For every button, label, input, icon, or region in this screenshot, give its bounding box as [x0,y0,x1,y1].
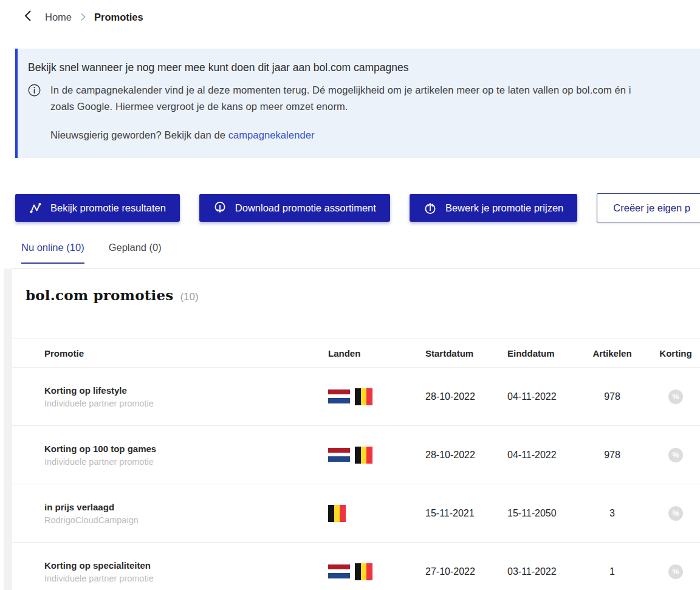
articles-count: 1 [589,566,635,577]
promotions-table: Promotie Landen Startdatum Einddatum Art… [12,338,700,590]
flag-be-icon [355,388,372,405]
table-row[interactable]: Korting op lifestyle Individuele partner… [12,368,700,426]
col-header-artikelen: Artikelen [589,348,635,358]
table-row[interactable]: in prijs verlaagd RodrigoCloudCampaign 1… [12,484,700,543]
flag-be-icon [355,447,372,464]
bewerk-promotie-prijzen-button[interactable]: Bewerk je promotie prijzen [410,194,577,222]
end-date: 04-11-2022 [507,450,589,461]
section-heading: bol.com promoties (10) [26,287,199,303]
col-header-landen: Landen [328,348,425,358]
download-cloud-icon [213,201,227,214]
end-date: 04-11-2022 [507,391,589,402]
promotion-subtitle: Individuele partner promotie [44,457,328,467]
promotion-title: in prijs verlaagd [44,502,328,512]
table-row[interactable]: Korting op specialiteiten Individuele pa… [12,543,700,590]
percent-icon: % [668,448,683,462]
articles-count: 978 [589,391,635,402]
percent-icon: % [668,389,683,404]
banner-paragraph-line2: zoals Google. Hiermee vergroot je de kan… [50,98,631,115]
promotion-subtitle: Individuele partner promotie [44,399,328,408]
col-header-startdatum: Startdatum [425,348,507,358]
banner-cta: Nieuwsgierig geworden? Bekijk dan de cam… [28,129,700,141]
button-label: Bewerk je promotie prijzen [445,202,563,214]
col-header-korting: Korting [635,348,695,358]
trend-icon [29,202,42,214]
campaign-info-banner: Bekijk snel wanneer je nog meer mee kunt… [15,49,700,158]
banner-cta-text: Nieuwsgierig geworden? Bekijk dan de [50,129,228,140]
start-date: 28-10-2022 [425,391,507,402]
articles-count: 3 [589,508,635,519]
info-icon [28,84,41,97]
articles-count: 978 [589,450,635,461]
page-gutter [4,269,12,590]
banner-paragraph-line1: In de campagnekalender vind je al deze m… [50,82,631,98]
button-label: Download promotie assortiment [235,202,376,214]
promotion-subtitle: Individuele partner promotie [44,574,328,583]
bekijk-promotie-resultaten-button[interactable]: Bekijk promotie resultaten [15,194,180,222]
percent-icon: % [668,506,683,521]
back-button[interactable] [21,10,34,24]
campagnekalender-link[interactable]: campagnekalender [228,129,315,140]
chevron-left-icon [24,10,32,24]
flag-nl-icon [328,564,350,578]
flag-nl-icon [328,448,350,462]
promotion-title: Korting op specialiteiten [44,560,328,571]
action-buttons-row: Bekijk promotie resultaten Download prom… [15,193,700,222]
promotion-tabs: Nu online (10) Gepland (0) [21,242,162,264]
banner-paragraph: In de campagnekalender vind je al deze m… [50,82,631,115]
percent-icon: % [668,564,683,579]
breadcrumb-home-link[interactable]: Home [45,12,72,23]
promotion-subtitle: RodrigoCloudCampaign [44,515,328,525]
flag-be-icon [328,505,346,522]
creeer-eigen-promotie-button[interactable]: Creëer je eigen p [597,193,700,222]
promotion-title: Korting op 100 top games [44,444,328,454]
tab-gepland[interactable]: Gepland (0) [109,242,162,264]
start-date: 27-10-2022 [425,566,507,577]
tabs-divider [12,268,700,269]
col-header-einddatum: Einddatum [507,348,589,358]
table-header-row: Promotie Landen Startdatum Einddatum Art… [12,339,700,368]
flag-nl-icon [328,389,350,403]
button-label: Bekijk promotie resultaten [50,202,166,214]
start-date: 28-10-2022 [425,450,507,461]
page-title: bol.com promoties [26,287,173,303]
start-date: 15-11-2021 [425,508,507,519]
breadcrumb-current: Promoties [94,12,143,23]
banner-title: Bekijk snel wanneer je nog meer mee kunt… [28,61,700,74]
upload-cloud-icon [424,201,437,214]
end-date: 03-11-2022 [507,566,589,577]
col-header-promotie: Promotie [44,348,328,358]
chevron-right-icon [80,13,86,21]
end-date: 15-11-2050 [507,508,589,519]
download-promotie-assortiment-button[interactable]: Download promotie assortiment [199,194,390,222]
tab-nu-online[interactable]: Nu online (10) [21,242,84,264]
promotion-title: Korting op lifestyle [44,385,328,396]
flag-be-icon [355,563,372,580]
promotions-count: (10) [180,291,198,303]
breadcrumb: Home Promoties [0,0,700,34]
table-row[interactable]: Korting op 100 top games Individuele par… [12,426,700,484]
